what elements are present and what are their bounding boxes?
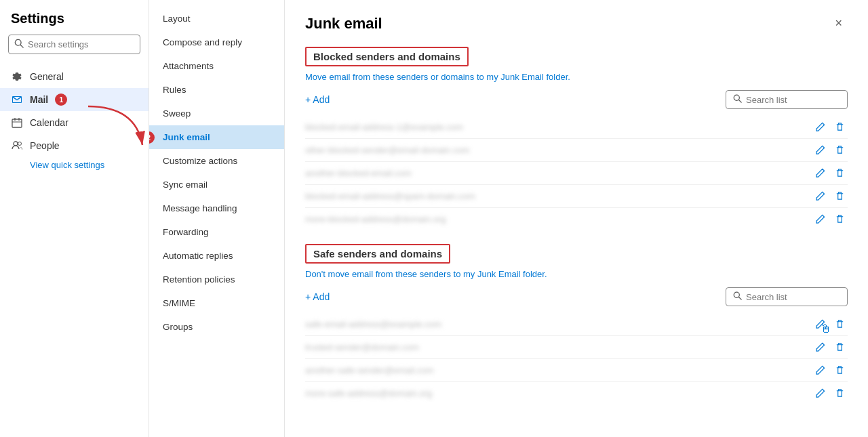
safe-email-row: safe-email-address@example.com 🖱 — [305, 313, 848, 336]
safe-add-button[interactable]: + Add — [305, 291, 330, 302]
sidebar-item-general[interactable]: General — [0, 65, 149, 88]
svg-rect-3 — [12, 119, 22, 127]
blocked-email-text: another-blocked-email.com — [305, 168, 812, 178]
safe-email-row: trusted-sender@domain.com — [305, 336, 848, 359]
blocked-email-text: blocked-email-address@spam-domain.com — [305, 191, 812, 201]
blocked-edit-button-3[interactable] — [812, 190, 828, 203]
safe-delete-button-2[interactable] — [832, 364, 848, 377]
safe-delete-button-1[interactable] — [832, 341, 848, 354]
menu-item-compose-reply[interactable]: Compose and reply — [149, 30, 284, 54]
safe-row-actions — [812, 364, 848, 377]
gear-icon — [11, 70, 23, 83]
blocked-row-actions — [812, 167, 848, 180]
menu-item-rules[interactable]: Rules — [149, 78, 284, 102]
blocked-email-row: more-blocked-address@domain.org — [305, 208, 848, 230]
blocked-search-box[interactable] — [726, 90, 848, 109]
blocked-edit-button-0[interactable] — [812, 121, 828, 133]
safe-edit-button-0[interactable]: 🖱 — [812, 318, 828, 331]
blocked-email-text: more-blocked-address@domain.org — [305, 214, 812, 224]
menu-item-junk-email-label: Junk email — [163, 132, 210, 142]
blocked-edit-button-1[interactable] — [812, 144, 828, 157]
sidebar-item-mail-label: Mail — [30, 94, 48, 105]
safe-search-box[interactable] — [726, 287, 848, 306]
safe-email-text: safe-email-address@example.com — [305, 319, 812, 329]
safe-edit-button-1[interactable] — [812, 341, 828, 354]
blocked-email-row: blocked-email-address-1@example.com — [305, 116, 848, 139]
safe-email-row: more-safe-address@domain.org — [305, 382, 848, 404]
safe-edit-button-2[interactable] — [812, 364, 828, 377]
sidebar-item-people-label: People — [30, 140, 60, 151]
middle-menu: Layout Compose and reply Attachments Rul… — [149, 0, 285, 437]
close-button[interactable]: × — [829, 14, 848, 33]
sidebar-item-calendar[interactable]: Calendar — [0, 111, 149, 134]
people-icon — [11, 140, 23, 152]
menu-item-retention-policies[interactable]: Retention policies — [149, 268, 284, 291]
blocked-email-text: other-blocked-sender@email-domain.com — [305, 145, 812, 155]
menu-item-junk-email[interactable]: 2 Junk email — [149, 125, 284, 149]
blocked-edit-button-2[interactable] — [812, 167, 828, 180]
sidebar-item-mail[interactable]: Mail 1 — [0, 88, 149, 111]
svg-point-8 — [18, 142, 22, 146]
safe-email-row: another-safe-sender@email.com — [305, 359, 848, 382]
safe-delete-button-0[interactable] — [832, 318, 848, 331]
svg-line-2 — [20, 45, 23, 47]
safe-edit-button-3[interactable] — [812, 387, 828, 400]
safe-email-text: trusted-sender@domain.com — [305, 342, 812, 352]
blocked-senders-title: Blocked senders and domains — [313, 51, 460, 62]
sidebar-item-people[interactable]: People — [0, 134, 149, 157]
blocked-add-button[interactable]: + Add — [305, 94, 330, 105]
safe-row-actions — [812, 341, 848, 354]
blocked-senders-desc: Move email from these senders or domains… — [305, 72, 848, 82]
calendar-icon — [11, 117, 23, 129]
safe-row-actions — [812, 387, 848, 400]
safe-row-actions: 🖱 — [812, 318, 848, 331]
mail-icon — [11, 93, 23, 106]
blocked-row-actions — [812, 144, 848, 157]
menu-item-attachments[interactable]: Attachments — [149, 54, 284, 78]
menu-item-automatic-replies[interactable]: Automatic replies — [149, 244, 284, 268]
blocked-senders-section-box: Blocked senders and domains — [305, 47, 469, 66]
mail-badge: 1 — [55, 93, 67, 106]
blocked-email-row: blocked-email-address@spam-domain.com — [305, 185, 848, 208]
blocked-search-icon — [733, 94, 742, 105]
menu-item-sync-email[interactable]: Sync email — [149, 173, 284, 196]
search-settings-input[interactable] — [28, 39, 134, 49]
safe-delete-button-3[interactable] — [832, 387, 848, 400]
sidebar: Settings General Mail 1 — [0, 0, 149, 437]
menu-item-layout[interactable]: Layout — [149, 7, 284, 30]
safe-senders-section-box: Safe senders and domains — [305, 244, 450, 264]
sidebar-item-calendar-label: Calendar — [30, 117, 68, 128]
svg-line-10 — [739, 100, 742, 103]
blocked-delete-button-1[interactable] — [832, 144, 848, 157]
svg-line-12 — [739, 297, 742, 300]
blocked-delete-button-4[interactable] — [832, 213, 848, 226]
app-title: Settings — [0, 11, 149, 35]
blocked-row-actions — [812, 190, 848, 203]
blocked-email-text: blocked-email-address-1@example.com — [305, 122, 812, 132]
blocked-delete-button-3[interactable] — [832, 190, 848, 203]
safe-email-text: more-safe-address@domain.org — [305, 388, 812, 398]
blocked-search-input[interactable] — [746, 95, 840, 105]
menu-item-forwarding[interactable]: Forwarding — [149, 220, 284, 244]
menu-item-customize-actions[interactable]: Customize actions — [149, 149, 284, 173]
menu-item-groups[interactable]: Groups — [149, 315, 284, 339]
safe-search-input[interactable] — [746, 292, 840, 302]
menu-item-message-handling[interactable]: Message handling — [149, 196, 284, 220]
svg-point-7 — [14, 142, 18, 146]
blocked-delete-button-0[interactable] — [832, 121, 848, 133]
menu-item-smime[interactable]: S/MIME — [149, 291, 284, 315]
safe-search-icon — [733, 291, 742, 302]
menu-item-sweep[interactable]: Sweep — [149, 102, 284, 125]
blocked-row-actions — [812, 121, 848, 133]
view-quick-settings-link[interactable]: View quick settings — [0, 157, 149, 175]
safe-senders-title: Safe senders and domains — [313, 248, 442, 259]
sidebar-item-general-label: General — [30, 71, 64, 82]
safe-senders-desc: Don't move email from these senders to m… — [305, 269, 848, 279]
blocked-email-list: blocked-email-address-1@example.com othe… — [305, 116, 848, 230]
search-settings-box[interactable] — [8, 35, 140, 54]
blocked-delete-button-2[interactable] — [832, 167, 848, 180]
safe-email-text: another-safe-sender@email.com — [305, 365, 812, 375]
blocked-email-row: other-blocked-sender@email-domain.com — [305, 139, 848, 162]
main-content: Junk email × Blocked senders and domains… — [285, 0, 868, 437]
blocked-edit-button-4[interactable] — [812, 213, 828, 226]
